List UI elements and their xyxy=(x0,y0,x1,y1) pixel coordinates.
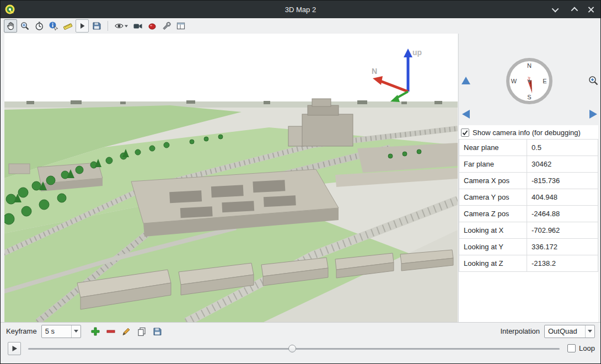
move-up-button[interactable] xyxy=(461,76,471,85)
3d-scene: up N xyxy=(4,34,458,322)
table-row: Looking at X-702.962 xyxy=(459,222,598,239)
compass-west-label: W xyxy=(511,78,517,84)
save-icon xyxy=(92,21,101,31)
compass-south-label: S xyxy=(527,94,531,100)
table-row: Looking at Z-2138.2 xyxy=(459,255,598,272)
play-icon xyxy=(11,345,18,352)
identify-icon xyxy=(49,21,58,31)
chevron-down-icon xyxy=(588,330,592,333)
row-label: Camera Z pos xyxy=(459,206,527,222)
move-right-button[interactable] xyxy=(588,109,598,119)
move-left-button[interactable] xyxy=(461,109,471,119)
3d-map-viewport[interactable]: up N xyxy=(4,34,458,322)
toolbar-separator xyxy=(108,21,108,31)
save-keyframes-button[interactable] xyxy=(151,325,164,338)
save-image-button[interactable] xyxy=(90,19,103,33)
row-value: 404.948 xyxy=(527,189,598,206)
keyframe-select[interactable]: 5 s xyxy=(41,325,81,338)
identify-button[interactable] xyxy=(47,19,60,33)
zoom-full-icon xyxy=(20,21,30,31)
clock-icon xyxy=(34,21,44,31)
interpolation-label: Interpolation xyxy=(500,327,540,335)
zoom-in-button[interactable] xyxy=(588,75,599,86)
table-row: Camera Z pos-2464.88 xyxy=(459,206,598,222)
slider-handle[interactable] xyxy=(288,345,296,352)
animations-button[interactable] xyxy=(76,19,89,33)
row-label: Near plane xyxy=(459,140,527,156)
remove-keyframe-button[interactable] xyxy=(104,325,117,338)
floppy-icon xyxy=(152,326,162,336)
add-keyframe-button[interactable] xyxy=(89,325,102,338)
zoom-full-button[interactable] xyxy=(18,19,31,33)
row-label: Camera X pos xyxy=(459,173,527,189)
timeline-slider[interactable] xyxy=(28,348,560,350)
interpolation-value: OutQuad xyxy=(545,327,585,335)
interpolation-select[interactable]: OutQuad xyxy=(544,325,595,338)
compass[interactable]: N E S W xyxy=(506,58,552,104)
table-row: Far plane30462 xyxy=(459,156,598,173)
loop-row: Loop xyxy=(567,344,595,352)
row-value: 30462 xyxy=(527,156,598,173)
row-label: Looking at X xyxy=(459,222,527,239)
minimize-icon xyxy=(551,5,559,12)
map-toolbar xyxy=(1,18,600,34)
red-lens-icon xyxy=(147,21,157,31)
map-view-menu-button[interactable] xyxy=(112,19,130,33)
show-camera-info-checkbox[interactable] xyxy=(461,129,469,137)
row-value: 336.172 xyxy=(527,239,598,255)
camera-control-tool-button[interactable] xyxy=(4,19,17,33)
maximize-icon xyxy=(571,7,578,14)
copy-icon xyxy=(137,326,147,336)
table-row: Near plane0.5 xyxy=(459,140,598,156)
table-row: Looking at Y336.172 xyxy=(459,239,598,255)
show-camera-info-label: Show camera info (for debugging) xyxy=(473,129,581,137)
row-value: -702.962 xyxy=(527,222,598,239)
row-value: -815.736 xyxy=(527,173,598,189)
keyframe-value: 5 s xyxy=(42,327,71,335)
compass-east-label: E xyxy=(543,78,546,84)
measure-line-button[interactable] xyxy=(61,19,74,33)
edit-keyframe-button[interactable] xyxy=(120,325,133,338)
titlebar[interactable]: 3D Map 2 xyxy=(1,1,600,18)
row-value: -2138.2 xyxy=(527,255,598,272)
camera-info-panel: Show camera info (for debugging) Near pl… xyxy=(459,125,598,322)
remove-icon xyxy=(106,326,116,336)
dock-options-button[interactable] xyxy=(174,19,187,33)
play-icon xyxy=(77,21,87,31)
measure-icon xyxy=(63,21,73,31)
row-label: Far plane xyxy=(459,156,527,173)
axis-north-label: N xyxy=(372,67,377,76)
panel-icon xyxy=(176,21,186,31)
loop-checkbox[interactable] xyxy=(567,344,576,352)
close-icon xyxy=(588,6,594,13)
pencil-icon xyxy=(121,326,131,336)
wrench-icon xyxy=(162,21,171,31)
row-label: Camera Y pos xyxy=(459,189,527,206)
table-row: Camera Y pos404.948 xyxy=(459,189,598,206)
show-camera-info-row: Show camera info (for debugging) xyxy=(459,125,598,139)
configure-button[interactable] xyxy=(160,19,173,33)
chevron-down-icon xyxy=(74,330,78,333)
qgis-3d-map-window: 3D Map 2 xyxy=(0,0,601,364)
keyframe-bar: Keyframe 5 s xyxy=(1,322,600,340)
timeline-bar: Loop xyxy=(1,340,600,357)
add-icon xyxy=(90,326,100,336)
row-label: Looking at Z xyxy=(459,255,527,272)
duplicate-keyframe-button[interactable] xyxy=(135,325,148,338)
record-camera-button[interactable] xyxy=(131,19,144,33)
axis-up-label: up xyxy=(412,48,422,57)
loop-label: Loop xyxy=(579,344,595,352)
maximize-button[interactable] xyxy=(568,4,578,14)
effects-button[interactable] xyxy=(146,19,159,33)
row-label: Looking at Y xyxy=(459,239,527,255)
minimize-button[interactable] xyxy=(551,4,561,14)
video-camera-icon xyxy=(133,21,143,31)
row-value: 0.5 xyxy=(527,140,598,156)
navigation-clock-button[interactable] xyxy=(33,19,46,33)
check-icon xyxy=(462,130,468,136)
keyframe-label: Keyframe xyxy=(6,327,37,335)
row-value: -2464.88 xyxy=(527,206,598,222)
play-animation-button[interactable] xyxy=(8,342,21,355)
navigation-widget: N E S W xyxy=(459,34,598,125)
close-button[interactable] xyxy=(586,4,596,14)
